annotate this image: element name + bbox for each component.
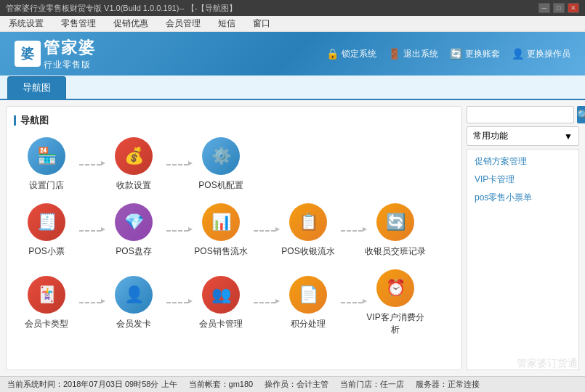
menu-promotions[interactable]: 促销优惠 xyxy=(110,16,151,31)
store: 当前门店：任一店 xyxy=(340,379,404,390)
logo-main: 管家婆 xyxy=(44,37,96,59)
header-actions: 🔒 锁定系统 🚪 退出系统 🔄 更换账套 👤 更换操作员 xyxy=(326,48,570,60)
left-panel: 导航图 🏪 设置门店 💰 收款设置 ⚙️ POS机配置 🧾 POS小票 xyxy=(6,106,462,370)
menu-retail-manage[interactable]: 零售管理 xyxy=(58,16,99,31)
right-panel: 🔍 ⚙ 常用功能 ▼ 促销方案管理 VIP卡管理 pos零售小票单 xyxy=(467,106,579,370)
member-type-icon: 🃏 xyxy=(28,276,65,314)
member-manage-label: 会员卡管理 xyxy=(199,318,243,330)
points-label: 积分处理 xyxy=(291,318,326,330)
tab-navigation[interactable]: 导航图 xyxy=(7,76,66,99)
arrow-4 xyxy=(166,230,188,232)
pos-cashflow-label: POS收银流水 xyxy=(281,245,334,258)
member-issue-label: 会员发卡 xyxy=(116,318,151,330)
search-box: 🔍 ⚙ xyxy=(467,106,579,123)
icon-row-2: 🧾 POS小票 💎 POS盘存 📊 POS销售流水 📋 POS收银流水 🔄 收 xyxy=(14,203,454,258)
minimize-button[interactable]: ─ xyxy=(538,3,550,13)
maximize-button[interactable]: □ xyxy=(553,3,565,13)
tab-bar: 导航图 xyxy=(0,75,585,100)
setup-store-item[interactable]: 🏪 设置门店 xyxy=(14,137,79,192)
pos-inventory-item[interactable]: 💎 POS盘存 xyxy=(101,203,166,258)
vip-analysis-label: VIP客户消费分析 xyxy=(363,311,428,336)
function-dropdown-label: 常用功能 xyxy=(473,130,508,142)
pos-receipt-item[interactable]: 🧾 POS小票 xyxy=(14,203,79,258)
member-type-label: 会员卡类型 xyxy=(25,318,68,330)
function-dropdown[interactable]: 常用功能 ▼ xyxy=(467,126,579,146)
main-area: 导航图 🏪 设置门店 💰 收款设置 ⚙️ POS机配置 🧾 POS小票 xyxy=(0,100,585,376)
current-time: 当前系统时间：2018年07月03日 09时58分 上午 xyxy=(7,379,177,390)
points-item[interactable]: 📄 积分处理 xyxy=(275,276,341,330)
lock-icon: 🔒 xyxy=(326,48,339,60)
close-button[interactable]: ✕ xyxy=(568,3,579,13)
arrow-10 xyxy=(341,302,363,303)
menu-bar: 系统设置 零售管理 促销优惠 会员管理 短信 窗口 xyxy=(0,16,585,32)
points-icon: 📄 xyxy=(289,276,327,314)
vip-analysis-item[interactable]: ⏰ VIP客户消费分析 xyxy=(363,269,428,336)
pos-sales-label: POS销售流水 xyxy=(194,245,247,258)
search-input[interactable] xyxy=(467,106,574,123)
logout-label: 退出系统 xyxy=(403,48,438,60)
refresh-icon: 🔄 xyxy=(450,48,462,60)
logout-button[interactable]: 🚪 退出系统 xyxy=(388,48,438,60)
pos-config-icon: ⚙️ xyxy=(202,137,240,175)
pos-cashflow-item[interactable]: 📋 POS收银流水 xyxy=(275,203,341,258)
menu-member-manage[interactable]: 会员管理 xyxy=(163,16,203,31)
setup-store-label: 设置门店 xyxy=(29,179,64,192)
server-status: 服务器：正常连接 xyxy=(416,379,480,390)
function-item-promotion[interactable]: 促销方案管理 xyxy=(467,152,578,171)
arrow-9 xyxy=(254,302,275,303)
pos-sales-icon: 📊 xyxy=(202,203,240,241)
pos-receipt-icon: 🧾 xyxy=(28,203,65,241)
pos-cashflow-icon: 📋 xyxy=(289,203,327,241)
header: 婆 管家婆 行业零售版 🔒 锁定系统 🚪 退出系统 🔄 更换账套 👤 更换操作员 xyxy=(0,32,585,75)
cashier-record-icon: 🔄 xyxy=(376,203,414,241)
member-manage-item[interactable]: 👥 会员卡管理 xyxy=(188,276,254,330)
member-type-item[interactable]: 🃏 会员卡类型 xyxy=(14,276,79,330)
title-controls: ─ □ ✕ xyxy=(538,3,579,13)
current-user: 当前帐套：gm180 xyxy=(189,379,254,390)
logo-sub: 行业零售版 xyxy=(44,59,96,71)
pos-inventory-icon: 💎 xyxy=(115,203,153,241)
logo-text: 管家婆 行业零售版 xyxy=(44,37,96,71)
member-issue-item[interactable]: 👤 会员发卡 xyxy=(101,276,166,330)
switch-operator-button[interactable]: 👤 更换操作员 xyxy=(512,48,570,60)
function-item-pos-receipt[interactable]: pos零售小票单 xyxy=(467,189,578,207)
menu-window[interactable]: 窗口 xyxy=(250,16,273,31)
arrow-5 xyxy=(254,230,275,232)
member-manage-icon: 👥 xyxy=(202,276,240,314)
cashier-record-item[interactable]: 🔄 收银员交班记录 xyxy=(363,203,428,258)
panel-title: 导航图 xyxy=(14,114,454,127)
arrow-7 xyxy=(79,302,101,303)
lock-label: 锁定系统 xyxy=(342,48,376,60)
title-text: 管家婆行业零售板财贸专版 V1.0(Build 1.0.0.191)-- 【-【… xyxy=(6,3,538,14)
arrow-8 xyxy=(166,302,188,303)
lock-system-button[interactable]: 🔒 锁定系统 xyxy=(326,48,376,60)
arrow-1 xyxy=(79,164,101,166)
menu-sms[interactable]: 短信 xyxy=(215,16,238,31)
icon-row-1: 🏪 设置门店 💰 收款设置 ⚙️ POS机配置 xyxy=(14,137,454,192)
icon-row-3: 🃏 会员卡类型 👤 会员发卡 👥 会员卡管理 📄 积分处理 ⏰ VIP客户消费分 xyxy=(14,269,454,336)
pos-config-label: POS机配置 xyxy=(198,179,243,192)
status-bar: 当前系统时间：2018年07月03日 09时58分 上午 当前帐套：gm180 … xyxy=(0,376,585,392)
arrow-6 xyxy=(341,230,363,232)
pos-config-item[interactable]: ⚙️ POS机配置 xyxy=(188,137,254,192)
search-button[interactable]: 🔍 xyxy=(577,106,585,123)
pos-receipt-label: POS小票 xyxy=(28,245,64,258)
user-icon: 👤 xyxy=(512,48,524,60)
payment-setup-label: 收款设置 xyxy=(116,179,151,192)
switch-account-button[interactable]: 🔄 更换账套 xyxy=(450,48,500,60)
member-issue-icon: 👤 xyxy=(115,276,153,314)
pos-sales-item[interactable]: 📊 POS销售流水 xyxy=(188,203,254,258)
tab-navigation-label: 导航图 xyxy=(23,82,51,93)
vip-analysis-icon: ⏰ xyxy=(376,269,414,307)
function-item-vip[interactable]: VIP卡管理 xyxy=(467,171,578,189)
panel-title-text: 导航图 xyxy=(20,114,49,127)
payment-setup-item[interactable]: 💰 收款设置 xyxy=(101,137,166,192)
logo-icon: 婆 xyxy=(15,41,41,67)
menu-system-settings[interactable]: 系统设置 xyxy=(6,16,47,31)
switch-account-label: 更换账套 xyxy=(465,48,500,60)
function-list: 促销方案管理 VIP卡管理 pos零售小票单 xyxy=(467,149,579,370)
logout-icon: 🚪 xyxy=(388,48,400,60)
logo-area: 婆 管家婆 行业零售版 xyxy=(15,37,96,71)
title-bar: 管家婆行业零售板财贸专版 V1.0(Build 1.0.0.191)-- 【-【… xyxy=(0,0,585,16)
chevron-down-icon: ▼ xyxy=(564,131,573,142)
